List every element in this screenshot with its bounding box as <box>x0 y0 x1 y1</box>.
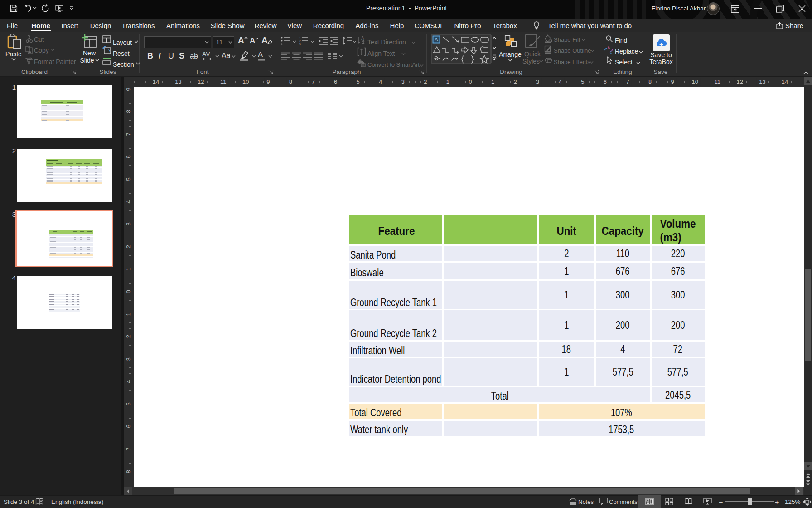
svg-text:2: 2 <box>299 39 301 43</box>
svg-text:3: 3 <box>299 43 301 46</box>
svg-text:A: A <box>435 37 438 42</box>
svg-text:A: A <box>361 36 364 41</box>
svg-text:A: A <box>258 50 263 59</box>
svg-text:AV: AV <box>202 51 210 58</box>
svg-text:1: 1 <box>299 36 301 39</box>
